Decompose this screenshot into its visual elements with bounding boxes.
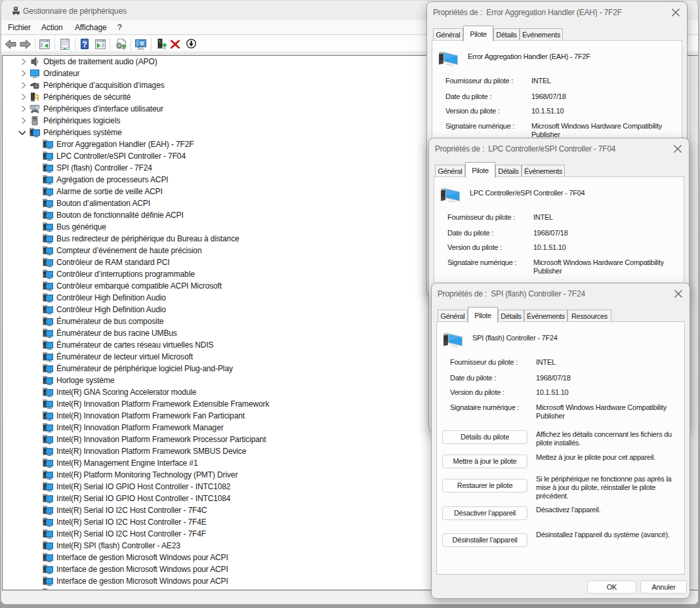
svg-text:?: ? xyxy=(82,40,87,49)
